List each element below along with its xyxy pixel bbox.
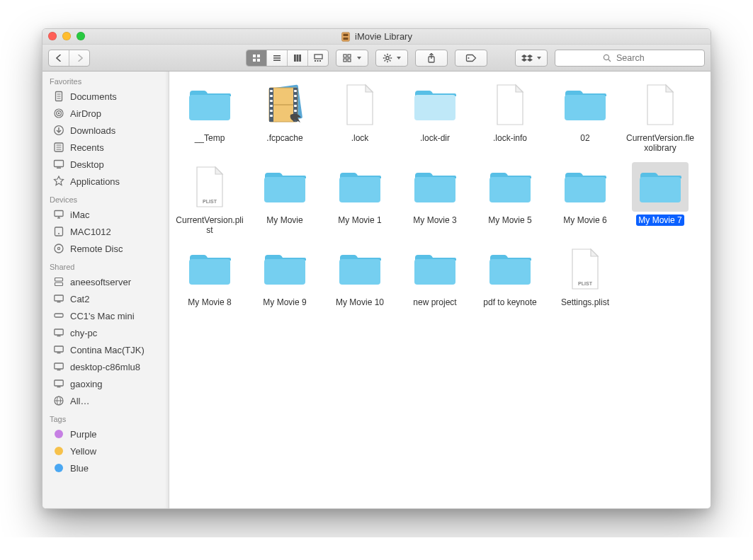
file-item[interactable]: My Movie 6 (548, 158, 623, 240)
svg-rect-83 (270, 115, 273, 117)
svg-rect-78 (270, 90, 273, 92)
file-icon (482, 80, 538, 130)
dropbox-button[interactable] (515, 50, 548, 67)
folder-icon (181, 80, 238, 130)
sidebar-item[interactable]: Downloads (43, 122, 169, 139)
svg-rect-4 (257, 55, 260, 57)
zoom-button[interactable] (77, 32, 85, 40)
file-item[interactable]: My Movie 8 (172, 240, 247, 322)
svg-rect-81 (270, 105, 273, 107)
file-label: My Movie 10 (334, 297, 386, 308)
sidebar-item[interactable]: Applications (43, 173, 169, 190)
apps-icon (52, 175, 65, 188)
sidebar-item-label: chy-pc (70, 328, 97, 338)
sidebar-item[interactable]: Cat2 (43, 290, 169, 307)
file-item[interactable]: .lock-info (472, 76, 548, 158)
sidebar-item[interactable]: Contina Mac(TJK) (43, 341, 169, 358)
list-view-button[interactable] (267, 50, 288, 66)
svg-rect-104 (489, 259, 531, 285)
icon-grid: __Temp.fcpcache.lock.lock-dir.lock-info0… (169, 72, 710, 336)
svg-rect-14 (315, 60, 316, 62)
sidebar-item[interactable]: Desktop (43, 156, 169, 173)
sidebar-item[interactable]: Documents (43, 88, 169, 105)
sidebar-item[interactable]: AirDrop (43, 105, 169, 122)
column-view-button[interactable] (288, 50, 308, 66)
tag-icon (52, 462, 65, 474)
file-item[interactable]: My Movie 1 (322, 158, 397, 240)
svg-rect-50 (55, 211, 63, 217)
display-icon (52, 292, 65, 305)
svg-point-32 (468, 57, 470, 59)
sidebar-item[interactable]: Blue (43, 459, 169, 476)
sidebar-item[interactable]: Remote Disc (43, 240, 169, 257)
sidebar-item[interactable]: MAC1012 (43, 223, 169, 240)
icon-view-button[interactable] (247, 50, 267, 66)
toolbar (43, 45, 710, 72)
sidebar-item[interactable]: iMac (43, 206, 169, 223)
file-item[interactable]: 02 (548, 76, 623, 158)
minimize-button[interactable] (62, 32, 71, 40)
mini-icon (52, 309, 65, 322)
svg-rect-69 (57, 387, 61, 387)
sidebar-item[interactable]: Yellow (43, 442, 169, 459)
gallery-view-button[interactable] (308, 50, 328, 66)
sidebar-item-label: desktop-c86mlu8 (70, 362, 140, 372)
sidebar-item[interactable]: All… (43, 392, 169, 409)
file-item[interactable]: My Movie 7 (623, 158, 698, 240)
file-item[interactable]: .lock-dir (397, 76, 472, 158)
tags-button[interactable] (455, 50, 487, 67)
sidebar-item-label: Downloads (70, 125, 115, 136)
share-button[interactable] (415, 50, 448, 67)
file-item[interactable]: My Movie 10 (322, 240, 397, 322)
file-item[interactable]: new project (397, 240, 472, 322)
folder-icon (332, 244, 388, 294)
search-field[interactable] (555, 50, 705, 67)
sidebar-item[interactable]: Purple (43, 425, 169, 442)
file-item[interactable]: My Movie 5 (472, 158, 548, 240)
file-item[interactable]: My Movie 9 (247, 240, 322, 322)
file-item[interactable]: My Movie 3 (397, 158, 472, 240)
svg-rect-92 (565, 95, 606, 120)
tag-icon (52, 428, 65, 440)
sidebar-item[interactable]: Recents (43, 139, 169, 156)
traffic-lights (48, 32, 85, 40)
svg-rect-95 (339, 177, 380, 202)
file-label: .lock-info (491, 132, 529, 144)
sidebar-item[interactable]: aneesoftserver (43, 273, 169, 290)
svg-rect-9 (273, 59, 281, 61)
close-button[interactable] (48, 32, 57, 40)
file-item[interactable]: __Temp (172, 76, 247, 158)
file-item[interactable]: pdf to keynote (472, 240, 548, 322)
search-input[interactable] (615, 52, 657, 64)
svg-rect-101 (264, 259, 305, 285)
file-item[interactable]: .lock (322, 76, 397, 158)
sidebar-item[interactable]: CC1's Mac mini (43, 307, 169, 324)
svg-rect-85 (294, 95, 297, 97)
sidebar-item[interactable]: desktop-c86mlu8 (43, 358, 169, 375)
content-area[interactable]: __Temp.fcpcache.lock.lock-dir.lock-info0… (169, 72, 710, 508)
svg-rect-16 (319, 60, 321, 62)
action-button[interactable] (375, 50, 408, 67)
file-label: __Temp (193, 132, 227, 144)
svg-text:PLIST: PLIST (203, 199, 217, 204)
file-item[interactable]: My Movie (247, 158, 322, 240)
arrange-button[interactable] (336, 50, 368, 67)
folder-icon (332, 162, 388, 212)
sidebar-item[interactable]: chy-pc (43, 324, 169, 341)
svg-rect-15 (317, 60, 318, 62)
file-item[interactable]: CurrentVersion.flexolibrary (623, 76, 698, 158)
svg-line-27 (390, 59, 391, 61)
svg-rect-11 (297, 55, 299, 62)
sidebar-item-label: CC1's Mac mini (70, 311, 135, 321)
file-item[interactable]: PLISTSettings.plist (548, 240, 623, 322)
disc-icon (52, 242, 65, 255)
back-button[interactable] (49, 50, 69, 66)
doc-icon (52, 90, 65, 103)
sidebar[interactable]: FavoritesDocumentsAirDropDownloadsRecent… (43, 72, 169, 508)
file-item[interactable]: .fcpcache (247, 76, 322, 158)
svg-rect-49 (57, 168, 61, 169)
forward-button[interactable] (69, 50, 89, 66)
sidebar-item[interactable]: gaoxing (43, 375, 169, 392)
file-item[interactable]: PLISTCurrentVersion.plist (172, 158, 247, 240)
tag-icon (52, 445, 65, 457)
